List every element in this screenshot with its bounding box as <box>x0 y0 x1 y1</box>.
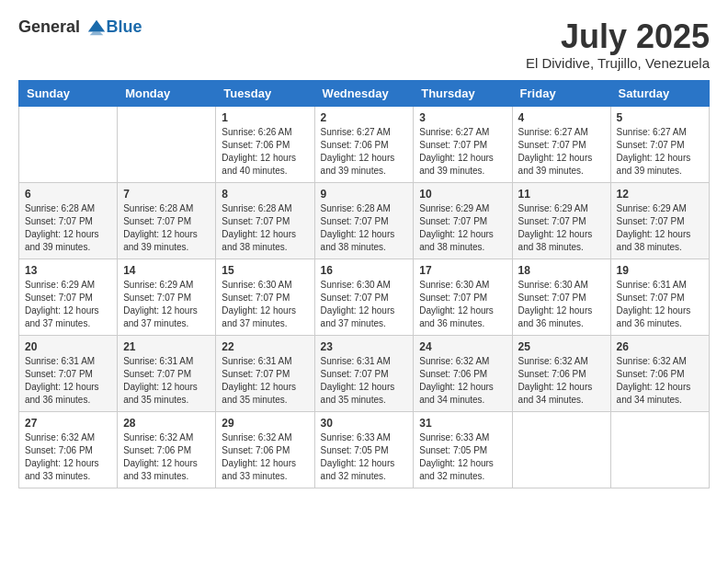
calendar-cell: 30Sunrise: 6:33 AMSunset: 7:05 PMDayligh… <box>314 411 414 488</box>
day-info: Sunrise: 6:31 AMSunset: 7:07 PMDaylight:… <box>25 355 111 407</box>
day-info: Sunrise: 6:33 AMSunset: 7:05 PMDaylight:… <box>321 431 408 483</box>
day-number: 20 <box>25 340 111 353</box>
day-info: Sunrise: 6:28 AMSunset: 7:07 PMDaylight:… <box>25 202 111 254</box>
day-info: Sunrise: 6:26 AMSunset: 7:06 PMDaylight:… <box>222 126 308 178</box>
day-number: 9 <box>321 188 408 201</box>
calendar-cell: 13Sunrise: 6:29 AMSunset: 7:07 PMDayligh… <box>19 259 118 335</box>
day-number: 30 <box>321 417 408 430</box>
day-number: 3 <box>419 111 506 124</box>
calendar-cell: 1Sunrise: 6:26 AMSunset: 7:06 PMDaylight… <box>216 106 314 182</box>
day-info: Sunrise: 6:30 AMSunset: 7:07 PMDaylight:… <box>222 279 308 330</box>
calendar-table: SundayMondayTuesdayWednesdayThursdayFrid… <box>18 80 710 488</box>
calendar-cell: 12Sunrise: 6:29 AMSunset: 7:07 PMDayligh… <box>610 182 709 259</box>
day-info: Sunrise: 6:30 AMSunset: 7:07 PMDaylight:… <box>419 279 506 330</box>
day-info: Sunrise: 6:31 AMSunset: 7:07 PMDaylight:… <box>321 355 408 407</box>
day-number: 5 <box>617 111 703 124</box>
month-title: July 2025 <box>526 18 710 55</box>
day-number: 23 <box>321 340 408 353</box>
day-number: 2 <box>321 111 408 124</box>
day-number: 8 <box>222 188 308 201</box>
calendar-cell: 14Sunrise: 6:29 AMSunset: 7:07 PMDayligh… <box>118 259 216 335</box>
logo-blue: Blue <box>107 17 142 36</box>
svg-marker-0 <box>87 19 104 31</box>
weekday-header: Sunday <box>19 80 118 106</box>
day-number: 16 <box>321 264 408 277</box>
calendar-cell: 28Sunrise: 6:32 AMSunset: 7:06 PMDayligh… <box>118 411 216 488</box>
day-number: 4 <box>518 111 605 124</box>
calendar-cell: 2Sunrise: 6:27 AMSunset: 7:06 PMDaylight… <box>314 106 414 182</box>
calendar-week-row: 1Sunrise: 6:26 AMSunset: 7:06 PMDaylight… <box>19 106 710 182</box>
day-info: Sunrise: 6:32 AMSunset: 7:06 PMDaylight:… <box>617 355 703 407</box>
day-info: Sunrise: 6:28 AMSunset: 7:07 PMDaylight:… <box>123 202 210 254</box>
calendar-header-row: SundayMondayTuesdayWednesdayThursdayFrid… <box>19 80 710 106</box>
day-info: Sunrise: 6:33 AMSunset: 7:05 PMDaylight:… <box>419 431 506 483</box>
calendar-cell: 17Sunrise: 6:30 AMSunset: 7:07 PMDayligh… <box>414 259 512 335</box>
day-number: 28 <box>123 417 210 430</box>
calendar-week-row: 20Sunrise: 6:31 AMSunset: 7:07 PMDayligh… <box>19 335 710 411</box>
title-block: July 2025 El Dividive, Trujillo, Venezue… <box>526 18 710 71</box>
logo-icon <box>86 17 107 37</box>
day-info: Sunrise: 6:31 AMSunset: 7:07 PMDaylight:… <box>123 355 210 407</box>
day-info: Sunrise: 6:29 AMSunset: 7:07 PMDaylight:… <box>123 279 210 330</box>
calendar-cell: 29Sunrise: 6:32 AMSunset: 7:06 PMDayligh… <box>216 411 314 488</box>
svg-marker-1 <box>89 31 103 35</box>
weekday-header: Saturday <box>610 80 709 106</box>
day-number: 19 <box>617 264 703 277</box>
weekday-header: Tuesday <box>216 80 314 106</box>
day-info: Sunrise: 6:29 AMSunset: 7:07 PMDaylight:… <box>518 202 605 254</box>
day-info: Sunrise: 6:32 AMSunset: 7:06 PMDaylight:… <box>123 431 210 483</box>
day-number: 6 <box>25 188 111 201</box>
calendar-cell: 27Sunrise: 6:32 AMSunset: 7:06 PMDayligh… <box>19 411 118 488</box>
day-number: 27 <box>25 417 111 430</box>
day-number: 29 <box>222 417 308 430</box>
day-info: Sunrise: 6:28 AMSunset: 7:07 PMDaylight:… <box>321 202 408 254</box>
day-info: Sunrise: 6:29 AMSunset: 7:07 PMDaylight:… <box>617 202 703 254</box>
day-info: Sunrise: 6:27 AMSunset: 7:07 PMDaylight:… <box>419 126 506 178</box>
calendar-week-row: 6Sunrise: 6:28 AMSunset: 7:07 PMDaylight… <box>19 182 710 259</box>
calendar-cell: 5Sunrise: 6:27 AMSunset: 7:07 PMDaylight… <box>610 106 709 182</box>
calendar-cell: 20Sunrise: 6:31 AMSunset: 7:07 PMDayligh… <box>19 335 118 411</box>
logo-text: General Blue <box>18 18 142 37</box>
logo-general: General <box>18 17 80 36</box>
day-number: 25 <box>518 340 605 353</box>
day-info: Sunrise: 6:31 AMSunset: 7:07 PMDaylight:… <box>617 279 703 330</box>
calendar-cell: 8Sunrise: 6:28 AMSunset: 7:07 PMDaylight… <box>216 182 314 259</box>
day-info: Sunrise: 6:32 AMSunset: 7:06 PMDaylight:… <box>222 431 308 483</box>
day-number: 22 <box>222 340 308 353</box>
day-number: 18 <box>518 264 605 277</box>
calendar-cell: 22Sunrise: 6:31 AMSunset: 7:07 PMDayligh… <box>216 335 314 411</box>
day-number: 14 <box>123 264 210 277</box>
calendar-cell <box>512 411 610 488</box>
calendar-cell: 6Sunrise: 6:28 AMSunset: 7:07 PMDaylight… <box>19 182 118 259</box>
calendar-cell: 31Sunrise: 6:33 AMSunset: 7:05 PMDayligh… <box>414 411 512 488</box>
day-number: 15 <box>222 264 308 277</box>
day-number: 11 <box>518 188 605 201</box>
calendar-cell: 21Sunrise: 6:31 AMSunset: 7:07 PMDayligh… <box>118 335 216 411</box>
day-info: Sunrise: 6:27 AMSunset: 7:06 PMDaylight:… <box>321 126 408 178</box>
day-number: 13 <box>25 264 111 277</box>
day-info: Sunrise: 6:30 AMSunset: 7:07 PMDaylight:… <box>321 279 408 330</box>
calendar-cell: 10Sunrise: 6:29 AMSunset: 7:07 PMDayligh… <box>414 182 512 259</box>
calendar-week-row: 13Sunrise: 6:29 AMSunset: 7:07 PMDayligh… <box>19 259 710 335</box>
day-info: Sunrise: 6:28 AMSunset: 7:07 PMDaylight:… <box>222 202 308 254</box>
weekday-header: Thursday <box>414 80 512 106</box>
calendar-cell: 11Sunrise: 6:29 AMSunset: 7:07 PMDayligh… <box>512 182 610 259</box>
calendar-cell: 25Sunrise: 6:32 AMSunset: 7:06 PMDayligh… <box>512 335 610 411</box>
weekday-header: Monday <box>118 80 216 106</box>
location-title: El Dividive, Trujillo, Venezuela <box>526 55 710 71</box>
day-number: 12 <box>617 188 703 201</box>
calendar-week-row: 27Sunrise: 6:32 AMSunset: 7:06 PMDayligh… <box>19 411 710 488</box>
calendar-cell: 23Sunrise: 6:31 AMSunset: 7:07 PMDayligh… <box>314 335 414 411</box>
weekday-header: Friday <box>512 80 610 106</box>
calendar-cell: 18Sunrise: 6:30 AMSunset: 7:07 PMDayligh… <box>512 259 610 335</box>
day-number: 10 <box>419 188 506 201</box>
day-info: Sunrise: 6:29 AMSunset: 7:07 PMDaylight:… <box>25 279 111 330</box>
weekday-header: Wednesday <box>314 80 414 106</box>
calendar-cell: 19Sunrise: 6:31 AMSunset: 7:07 PMDayligh… <box>610 259 709 335</box>
day-number: 31 <box>419 417 506 430</box>
day-number: 21 <box>123 340 210 353</box>
day-info: Sunrise: 6:27 AMSunset: 7:07 PMDaylight:… <box>617 126 703 178</box>
day-info: Sunrise: 6:32 AMSunset: 7:06 PMDaylight:… <box>518 355 605 407</box>
day-info: Sunrise: 6:27 AMSunset: 7:07 PMDaylight:… <box>518 126 605 178</box>
calendar-cell: 24Sunrise: 6:32 AMSunset: 7:06 PMDayligh… <box>414 335 512 411</box>
